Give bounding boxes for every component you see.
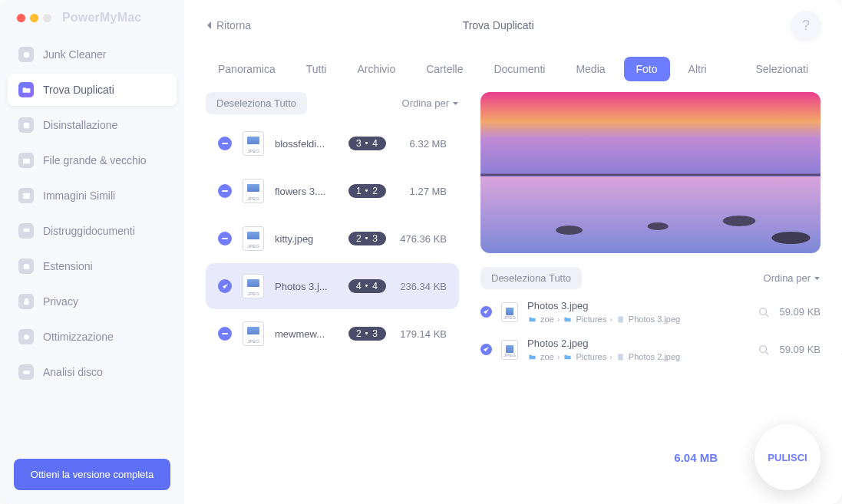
file-actions: 59.09 KB [758, 306, 821, 318]
box-icon [18, 153, 34, 168]
app-window: PowerMyMac Junk Cleaner Trova Duplicati … [0, 0, 842, 504]
sort-details-dropdown[interactable]: Ordina per [764, 272, 821, 284]
tab-foto[interactable]: Foto [624, 57, 670, 81]
lock-icon [18, 294, 34, 309]
sidebar-item-label: Junk Cleaner [43, 48, 107, 61]
group-count-badge: 2 ꞏ 3 [348, 327, 386, 341]
plugin-icon [18, 259, 34, 274]
tab-selezionati[interactable]: Selezionati [744, 57, 821, 81]
sidebar-item-label: Distruggidocumenti [43, 225, 135, 237]
help-button[interactable]: ? [791, 11, 821, 40]
tab-archivio[interactable]: Archivio [345, 57, 408, 81]
svg-point-13 [723, 216, 755, 226]
group-count-badge: 4 ꞏ 4 [348, 279, 386, 293]
checkbox-icon[interactable] [480, 344, 492, 355]
jpeg-thumb-icon: JPEG [243, 226, 264, 251]
sort-by-dropdown[interactable]: Ordina per [402, 97, 459, 109]
sidebar-item-disinstallazione[interactable]: Disinstallazione [8, 109, 177, 141]
group-row[interactable]: JPEG blossfeldi... 3 ꞏ 4 6.32 MB [206, 120, 459, 166]
chevron-left-icon [206, 21, 212, 30]
svg-point-16 [759, 308, 766, 315]
search-icon[interactable] [758, 344, 769, 355]
svg-point-11 [556, 226, 583, 235]
toggle-select-icon[interactable] [218, 327, 232, 341]
group-list-header: Deseleziona Tutto Ordina per [206, 92, 459, 114]
group-count-badge: 3 ꞏ 4 [348, 137, 386, 150]
group-row[interactable]: JPEG Photos 3.j... 4 ꞏ 4 236.34 KB [206, 263, 459, 309]
tab-altri[interactable]: Altri [676, 57, 719, 81]
chevron-down-icon [814, 276, 821, 281]
file-name: Photos 3.jpeg [527, 300, 749, 311]
sidebar-item-file-grande[interactable]: File grande & vecchio [8, 144, 177, 176]
minimize-icon[interactable] [30, 14, 38, 22]
zoom-icon[interactable] [43, 14, 51, 22]
search-icon[interactable] [758, 307, 769, 318]
tab-panoramica[interactable]: Panoramica [206, 57, 288, 81]
deselect-all-details-button[interactable]: Deseleziona Tutto [480, 267, 582, 289]
sidebar-item-distruggidocumenti[interactable]: Distruggidocumenti [8, 215, 177, 247]
folder-icon [563, 315, 573, 324]
group-row[interactable]: JPEG flowers 3.... 1 ꞏ 2 1.27 MB [206, 168, 459, 214]
sidebar: PowerMyMac Junk Cleaner Trova Duplicati … [0, 0, 184, 504]
jpeg-thumb-icon: JPEG [243, 179, 264, 203]
sidebar-item-ottimizzazione[interactable]: Ottimizzazione [8, 321, 177, 353]
sidebar-item-junk-cleaner[interactable]: Junk Cleaner [8, 38, 177, 71]
toggle-select-icon[interactable] [218, 137, 232, 150]
svg-rect-8 [23, 371, 30, 374]
file-icon [616, 353, 626, 361]
toggle-select-icon[interactable] [218, 184, 232, 198]
sidebar-item-privacy[interactable]: Privacy [8, 285, 177, 318]
full-version-button[interactable]: Ottieni la versione completa [14, 459, 170, 490]
group-size: 476.36 KB [400, 233, 447, 245]
deselect-all-button[interactable]: Deseleziona Tutto [206, 92, 307, 114]
group-name: blossfeldi... [275, 138, 338, 150]
file-row[interactable]: JPEG Photos 2.jpeg zoe› Pictures› Photos… [480, 334, 821, 364]
toggle-select-icon[interactable] [218, 232, 232, 245]
image-preview [480, 92, 821, 253]
group-name: flowers 3.... [275, 186, 338, 197]
sidebar-item-label: Privacy [43, 295, 78, 308]
svg-rect-3 [23, 193, 30, 199]
file-size: 59.09 KB [780, 306, 821, 318]
svg-point-14 [771, 232, 810, 244]
tab-tutti[interactable]: Tutti [294, 57, 339, 81]
sidebar-item-label: Disinstallazione [43, 119, 117, 131]
detail-list-header: Deseleziona Tutto Ordina per [480, 267, 821, 289]
file-row[interactable]: JPEG Photos 3.jpeg zoe› Pictures› Photos… [480, 297, 821, 327]
rocket-icon [18, 329, 34, 344]
clean-button[interactable]: PULISCI [754, 424, 821, 490]
svg-point-12 [648, 222, 669, 230]
group-row[interactable]: JPEG kitty.jpeg 2 ꞏ 3 476.36 KB [206, 216, 459, 262]
sidebar-item-estensioni[interactable]: Estensioni [8, 250, 177, 282]
svg-line-20 [765, 351, 768, 354]
group-size: 6.32 MB [410, 138, 447, 150]
svg-rect-5 [23, 264, 29, 269]
svg-line-17 [765, 314, 768, 317]
sidebar-item-label: Estensioni [43, 260, 93, 272]
svg-rect-4 [23, 228, 29, 231]
group-size: 179.14 KB [400, 328, 447, 340]
back-label: Ritorna [216, 19, 251, 31]
sidebar-item-immagini-simili[interactable]: Immagini Simili [8, 180, 177, 212]
close-icon[interactable] [17, 14, 25, 22]
folder-icon [527, 353, 537, 361]
duplicate-files-list: JPEG Photos 3.jpeg zoe› Pictures› Photos… [480, 297, 821, 364]
folder-icon [18, 82, 34, 97]
svg-point-7 [24, 334, 29, 340]
svg-rect-9 [480, 92, 821, 176]
tab-documenti[interactable]: Documenti [481, 57, 557, 81]
tab-media[interactable]: Media [563, 57, 617, 81]
checkbox-icon[interactable] [480, 306, 492, 318]
group-name: Photos 3.j... [275, 281, 338, 292]
back-button[interactable]: Ritorna [206, 19, 251, 31]
group-row[interactable]: JPEG mewmew... 2 ꞏ 3 179.14 KB [206, 311, 459, 357]
chevron-down-icon [452, 101, 459, 106]
sidebar-item-label: File grande & vecchio [43, 154, 147, 166]
toggle-select-icon[interactable] [218, 279, 232, 293]
sidebar-item-analisi-disco[interactable]: Analisi disco [8, 356, 177, 388]
sidebar-item-label: Trova Duplicati [43, 84, 114, 96]
sidebar-item-trova-duplicati[interactable]: Trova Duplicati [8, 74, 177, 106]
jpeg-thumb-icon: JPEG [501, 340, 518, 360]
tab-cartelle[interactable]: Cartelle [414, 57, 475, 81]
folder-icon [563, 353, 573, 361]
